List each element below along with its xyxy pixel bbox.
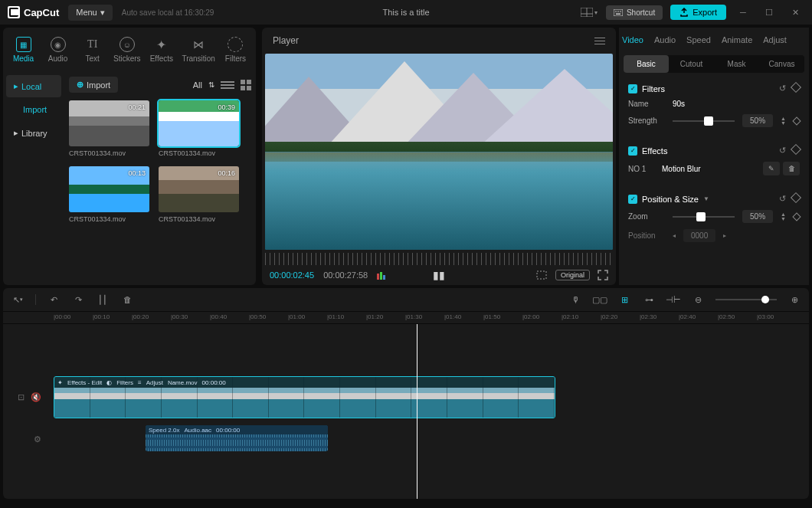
zoom-stepper[interactable]: ▲▼ <box>781 212 786 221</box>
position-label: Position <box>628 231 665 240</box>
effect-edit-button[interactable]: ✎ <box>763 162 780 175</box>
reset-icon[interactable]: ↺ <box>779 194 786 204</box>
layout-dropdown[interactable]: ▾ <box>580 3 598 21</box>
position-value[interactable]: 0000 <box>683 229 715 242</box>
keyboard-icon <box>614 9 623 16</box>
playhead[interactable] <box>417 324 417 499</box>
view-grid-button[interactable] <box>241 80 251 90</box>
audio-track-header[interactable]: ⚙ <box>3 418 47 460</box>
undo-button[interactable]: ↶ <box>47 293 61 306</box>
filters-checkbox[interactable]: ✓ <box>628 84 637 93</box>
view-list-button[interactable] <box>221 80 234 90</box>
strength-slider[interactable] <box>673 120 735 122</box>
media-panel: ▦Media ◉Audio TIText ☺Stickers ✦Effects … <box>3 28 256 285</box>
insp-tab-speed[interactable]: Speed <box>686 35 711 51</box>
reset-icon[interactable]: ↺ <box>779 146 786 156</box>
source-library[interactable]: ▸Library <box>6 122 61 144</box>
insp-tab-video[interactable]: Video <box>622 35 643 51</box>
video-clip[interactable]: ✦Effects - Edit ◐Filters ≡Adjust Name.mo… <box>54 376 555 418</box>
settings-icon[interactable]: ⚙ <box>34 434 41 444</box>
zoom-in-button[interactable]: ⊕ <box>787 293 801 306</box>
import-button[interactable]: ⊕ Import <box>69 77 118 93</box>
zoom-slider[interactable] <box>673 216 735 218</box>
inspector-panel: Video Audio Speed Animate Adjust Basic C… <box>619 28 809 285</box>
source-local[interactable]: ▸Local <box>6 75 61 97</box>
menu-button[interactable]: Menu ▾ <box>68 5 113 21</box>
insp-tab-adjust[interactable]: Adjust <box>763 35 787 51</box>
filter-all[interactable]: All <box>193 80 202 90</box>
subtab-basic[interactable]: Basic <box>624 55 669 73</box>
source-import[interactable]: Import <box>6 99 61 120</box>
media-clip[interactable]: 00:21 CRST001334.mov <box>69 100 149 157</box>
subtab-cutout[interactable]: Cutout <box>669 55 714 73</box>
linkage-icon[interactable]: ⊶ <box>642 293 656 306</box>
effect-delete-button[interactable]: 🗑 <box>783 162 800 175</box>
media-clip[interactable]: 00:16 CRST001334.mov <box>159 166 239 223</box>
timeline-tracks[interactable]: ✦Effects - Edit ◐Filters ≡Adjust Name.mo… <box>47 324 809 499</box>
ruler-tick: |01:20 <box>366 313 383 320</box>
tab-text[interactable]: TIText <box>75 34 110 66</box>
player-viewport[interactable] <box>265 54 613 250</box>
insp-tab-animate[interactable]: Animate <box>722 35 752 51</box>
insp-tab-audio[interactable]: Audio <box>654 35 676 51</box>
subtab-canvas[interactable]: Canvas <box>759 55 804 73</box>
select-tool[interactable]: ↖▾ <box>11 293 25 306</box>
auto-snap-icon[interactable]: ⊞ <box>617 293 631 306</box>
possize-checkbox[interactable]: ✓ <box>628 195 637 204</box>
play-pause-button[interactable]: ▮▮ <box>433 269 445 281</box>
zoom-keyframe[interactable] <box>792 212 801 221</box>
chevron-down-icon[interactable]: ▼ <box>703 195 709 202</box>
player-scrub-ruler[interactable] <box>265 253 613 265</box>
zoom-out-button[interactable]: ⊖ <box>691 293 705 306</box>
media-clip[interactable]: 00:39 CRST001334.mov <box>159 100 239 157</box>
ratio-icon[interactable] <box>535 270 548 280</box>
tab-stickers[interactable]: ☺Stickers <box>110 34 144 66</box>
tab-audio[interactable]: ◉Audio <box>41 34 75 66</box>
main-track-magnet-icon[interactable]: ▢▢ <box>593 293 607 306</box>
redo-button[interactable]: ↷ <box>71 293 85 306</box>
window-minimize-button[interactable]: ─ <box>734 3 752 21</box>
svg-rect-11 <box>537 271 546 279</box>
keyframe-icon[interactable] <box>791 192 801 203</box>
svg-point-6 <box>620 11 621 12</box>
media-clip[interactable]: 00:13 CRST001334.mov <box>69 166 149 223</box>
strength-value[interactable]: 50% <box>742 114 773 127</box>
shortcut-button[interactable]: Shortcut <box>606 5 663 20</box>
tab-effects[interactable]: ✦Effects <box>144 34 178 66</box>
timeline-ruler[interactable]: |00:00|00:10|00:20|00:30|00:40|00:50|01:… <box>3 312 809 324</box>
sort-icon[interactable]: ⇅ <box>208 80 214 89</box>
audio-clip[interactable]: Speed 2.0x Audio.aac 00:00:00 <box>146 425 328 451</box>
lock-icon[interactable]: ⊡ <box>18 392 25 402</box>
strength-keyframe[interactable] <box>792 116 801 125</box>
mute-icon[interactable]: 🔇 <box>31 392 41 402</box>
zoom-value[interactable]: 50% <box>742 210 773 223</box>
possize-title: Position & Size <box>642 195 699 204</box>
video-track-header[interactable]: ⊡ 🔇 <box>3 376 47 418</box>
tab-filters[interactable]: Filters <box>218 34 253 66</box>
fullscreen-icon[interactable] <box>598 270 608 280</box>
keyframe-icon[interactable] <box>791 144 801 155</box>
split-tool[interactable]: ⎮⎮ <box>96 293 110 306</box>
tab-transition[interactable]: ⋈Transition <box>178 34 218 66</box>
window-maximize-button[interactable]: ☐ <box>760 3 778 21</box>
subtab-mask[interactable]: Mask <box>714 55 759 73</box>
app-logo: CapCut <box>8 6 59 18</box>
export-icon <box>679 8 689 17</box>
export-button[interactable]: Export <box>670 5 726 20</box>
strength-stepper[interactable]: ▲▼ <box>781 116 786 126</box>
reset-icon[interactable]: ↺ <box>779 84 786 93</box>
color-meter-icon[interactable] <box>377 270 386 280</box>
ruler-tick: |02:10 <box>562 313 578 320</box>
ruler-tick: |02:50 <box>718 313 735 320</box>
preview-axis-icon[interactable]: ⊣⊢ <box>666 293 680 306</box>
player-menu-icon[interactable] <box>594 38 605 44</box>
record-icon[interactable]: 🎙 <box>568 293 582 306</box>
effects-checkbox[interactable]: ✓ <box>628 146 637 156</box>
tab-media[interactable]: ▦Media <box>6 34 41 66</box>
quality-original-button[interactable]: Original <box>555 270 590 280</box>
project-title[interactable]: This is a title <box>382 8 429 17</box>
delete-button[interactable]: 🗑 <box>120 293 134 306</box>
window-close-button[interactable]: ✕ <box>786 3 804 21</box>
timeline-zoom-slider[interactable] <box>715 299 777 300</box>
keyframe-icon[interactable] <box>791 82 801 93</box>
